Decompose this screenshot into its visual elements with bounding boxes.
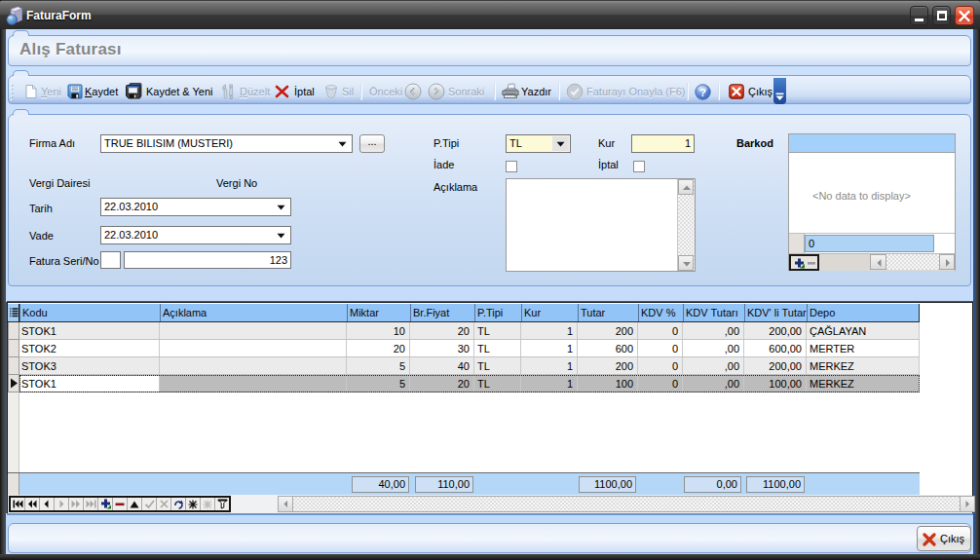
svg-text:?: ? bbox=[699, 87, 706, 98]
